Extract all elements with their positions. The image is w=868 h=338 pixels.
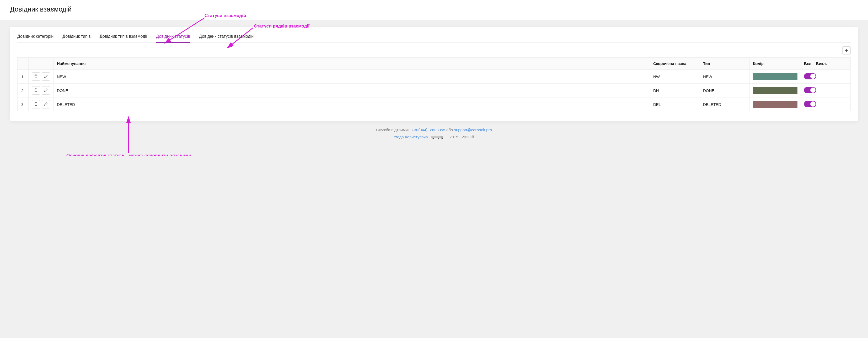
trash-icon <box>34 88 38 93</box>
tab-1[interactable]: Довідник типів <box>62 34 91 42</box>
cell-short: NW <box>650 70 700 83</box>
header-bar: Довідник взаємодій <box>0 0 868 20</box>
add-button[interactable] <box>842 46 851 55</box>
row-index: 2. <box>18 83 29 98</box>
edit-button[interactable] <box>42 100 50 108</box>
edit-button[interactable] <box>42 86 50 95</box>
pencil-icon <box>44 88 48 93</box>
cell-type: DONE <box>700 83 750 98</box>
col-short: Скорочена назва <box>650 58 700 70</box>
cell-name: DONE <box>54 83 650 98</box>
svg-rect-3 <box>431 136 440 138</box>
svg-point-5 <box>432 138 434 139</box>
table-row: 3.DELETEDDELDELETED <box>18 98 851 111</box>
main-content: Статуси взаємодій Статуси рядків взаємод… <box>0 20 868 156</box>
delete-button[interactable] <box>32 86 40 95</box>
tab-0[interactable]: Довідник категорій <box>17 34 54 42</box>
pencil-icon <box>44 74 48 79</box>
footer-line-1: Служба підтримки: +38(044) 389-3355 або … <box>10 128 858 132</box>
cell-name: DELETED <box>54 98 650 111</box>
col-color: Колір <box>750 58 801 70</box>
cell-type: NEW <box>700 70 750 83</box>
footer-line-2: Угода Користувача 2015 - 2023 ® <box>10 135 858 140</box>
table-header-row: Найменування Скорочена назва Тип Колір В… <box>18 58 851 70</box>
svg-point-7 <box>441 138 443 139</box>
col-actions <box>29 58 54 70</box>
svg-point-6 <box>438 138 439 139</box>
pencil-icon <box>44 102 48 107</box>
footer: Служба підтримки: +38(044) 389-3355 або … <box>10 121 858 151</box>
col-type: Тип <box>700 58 750 70</box>
enabled-toggle[interactable] <box>804 73 816 79</box>
svg-rect-4 <box>440 136 443 138</box>
support-phone-link[interactable]: +38(044) 389-3355 <box>412 128 445 132</box>
tab-3[interactable]: Довідник статусів <box>156 34 190 42</box>
col-enabled: Вкл. - Викл. <box>801 58 851 70</box>
cell-enabled <box>801 98 851 111</box>
footer-years: 2015 - 2023 ® <box>450 135 474 139</box>
support-label: Служба підтримки: <box>376 128 412 132</box>
table-row: 2.DONEDNDONE <box>18 83 851 98</box>
color-swatch[interactable] <box>753 101 798 108</box>
cell-type: DELETED <box>700 98 750 111</box>
support-or: або <box>446 128 454 132</box>
tabs: Довідник категорійДовідник типівДовідник… <box>17 34 851 43</box>
cell-name: NEW <box>54 70 650 83</box>
color-swatch[interactable] <box>753 73 798 80</box>
plus-icon <box>845 49 848 53</box>
cell-short: DEL <box>650 98 700 111</box>
enabled-toggle[interactable] <box>804 87 816 93</box>
cell-enabled <box>801 83 851 98</box>
table-toolbar <box>17 46 851 55</box>
row-index: 1. <box>18 70 29 83</box>
delete-button[interactable] <box>32 72 40 81</box>
row-actions <box>29 70 54 83</box>
table-row: 1.NEWNWNEW <box>18 70 851 83</box>
row-actions <box>29 83 54 98</box>
cell-short: DN <box>650 83 700 98</box>
support-email-link[interactable]: support@carbook.pro <box>454 128 492 132</box>
row-actions <box>29 98 54 111</box>
trash-icon <box>34 102 38 107</box>
statuses-table: Найменування Скорочена назва Тип Колір В… <box>17 57 851 111</box>
annotation-label: Основні дефолтні статуси - можна доповни… <box>66 153 191 156</box>
table-body: 1.NEWNWNEW2.DONEDNDONE3.DELETEDDELDELETE… <box>18 70 851 111</box>
col-name: Найменування <box>54 58 650 70</box>
row-index: 3. <box>18 98 29 111</box>
cell-color <box>750 98 801 111</box>
enabled-toggle[interactable] <box>804 101 816 107</box>
page-title: Довідник взаємодій <box>10 5 858 13</box>
truck-icon <box>431 135 447 140</box>
edit-button[interactable] <box>42 72 50 81</box>
col-index <box>18 58 29 70</box>
cell-color <box>750 83 801 98</box>
tab-4[interactable]: Довідник статусів взаємодій <box>199 34 254 42</box>
cell-color <box>750 70 801 83</box>
color-swatch[interactable] <box>753 87 798 94</box>
content-card: Довідник категорійДовідник типівДовідник… <box>10 27 858 121</box>
user-agreement-link[interactable]: Угода Користувача <box>394 135 428 139</box>
tab-2[interactable]: Довідник типів взаємодії <box>100 34 147 42</box>
cell-enabled <box>801 70 851 83</box>
delete-button[interactable] <box>32 100 40 108</box>
trash-icon <box>34 74 38 79</box>
